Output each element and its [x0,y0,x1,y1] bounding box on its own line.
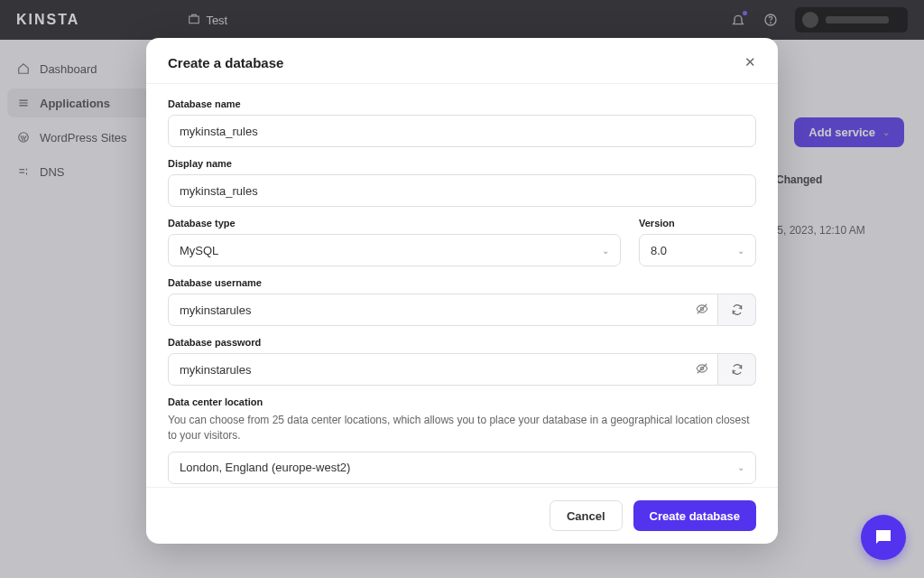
version-value: 8.0 [651,244,667,257]
display-name-value: mykinsta_rules [180,184,258,198]
create-database-modal: Create a database ✕ Database name mykins… [146,38,778,544]
close-icon[interactable]: ✕ [744,54,756,70]
database-name-value: mykinsta_rules [180,125,258,138]
version-select[interactable]: 8.0 ⌄ [639,234,756,266]
username-input[interactable]: mykinstarules [168,294,718,326]
location-label: Data center location [168,396,756,407]
visibility-icon[interactable] [696,362,708,378]
database-type-label: Database type [168,218,621,228]
modal-title: Create a database [168,55,283,70]
cancel-button[interactable]: Cancel [550,500,623,531]
chevron-down-icon: ⌄ [737,462,744,472]
chevron-down-icon: ⌄ [737,246,744,256]
modal-overlay: Create a database ✕ Database name mykins… [0,0,924,578]
database-name-label: Database name [168,98,756,109]
display-name-label: Display name [168,158,756,169]
create-database-button[interactable]: Create database [633,500,756,531]
regenerate-password-button[interactable] [718,353,756,386]
username-label: Database username [168,277,756,288]
database-name-input[interactable]: mykinsta_rules [168,115,756,147]
version-label: Version [639,218,756,228]
create-database-label: Create database [650,509,740,523]
database-type-value: MySQL [180,244,218,257]
location-value: London, England (europe-west2) [180,461,350,474]
location-description: You can choose from 25 data center locat… [168,413,756,444]
display-name-input[interactable]: mykinsta_rules [168,174,756,207]
regenerate-username-button[interactable] [718,294,756,326]
database-type-select[interactable]: MySQL ⌄ [168,234,621,266]
visibility-icon[interactable] [696,303,708,318]
chevron-down-icon: ⌄ [602,246,609,256]
cancel-label: Cancel [567,509,605,523]
chat-widget[interactable] [861,515,906,560]
password-label: Database password [168,337,756,348]
password-value: mykinstarules [180,363,251,377]
location-select[interactable]: London, England (europe-west2) ⌄ [168,452,756,484]
username-value: mykinstarules [180,303,251,317]
password-input[interactable]: mykinstarules [168,353,718,386]
